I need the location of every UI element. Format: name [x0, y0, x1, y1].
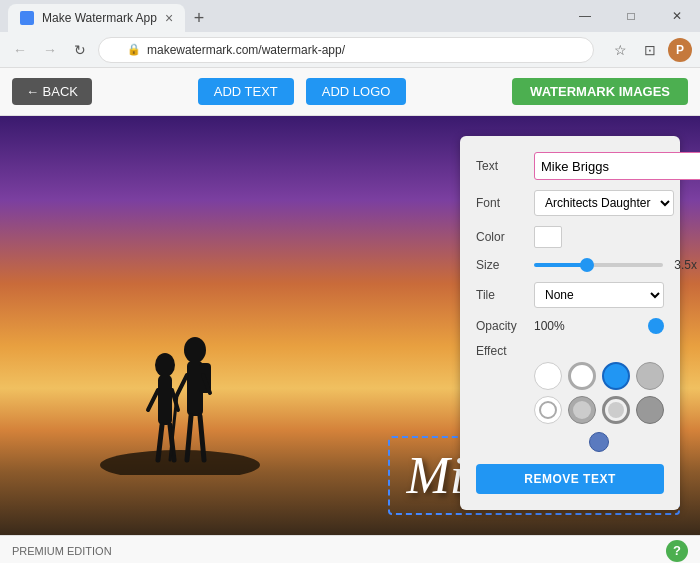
reload-button[interactable]: ↻: [68, 38, 92, 62]
tile-select[interactable]: None Repeat Diagonal: [534, 282, 664, 308]
tab-close-btn[interactable]: ×: [165, 10, 173, 26]
add-logo-button[interactable]: ADD LOGO: [306, 78, 407, 105]
watermark-images-button[interactable]: WATERMARK IMAGES: [512, 78, 688, 105]
text-label: Text: [476, 159, 526, 173]
effect-shadow-selected[interactable]: [602, 362, 630, 390]
svg-line-10: [177, 375, 187, 395]
effect-none[interactable]: [534, 362, 562, 390]
size-slider[interactable]: [534, 263, 663, 267]
edition-label: PREMIUM EDITION: [12, 545, 112, 557]
url-text: makewatermark.com/watermark-app/: [147, 43, 345, 57]
font-label: Font: [476, 196, 526, 210]
tile-row: Tile None Repeat Diagonal: [476, 282, 664, 308]
svg-point-1: [155, 353, 175, 377]
color-label: Color: [476, 230, 526, 244]
back-nav-button[interactable]: ←: [8, 38, 32, 62]
forward-nav-button[interactable]: →: [38, 38, 62, 62]
size-label: Size: [476, 258, 526, 272]
main-canvas: Mike Briggs Text Font Architects Daughte…: [0, 116, 700, 535]
tab-title: Make Watermark App: [42, 11, 157, 25]
settings-panel: Text Font Architects Daughter Arial Time…: [460, 136, 680, 510]
footer: PREMIUM EDITION ?: [0, 535, 700, 563]
effect-glow[interactable]: [636, 362, 664, 390]
opacity-label: Opacity: [476, 319, 526, 333]
new-tab-button[interactable]: +: [185, 4, 213, 32]
effect-extra-row: [534, 428, 664, 456]
profile-avatar[interactable]: P: [668, 38, 692, 62]
help-button[interactable]: ?: [666, 540, 688, 562]
tab-favicon: [20, 11, 34, 25]
effect-row: Effect: [476, 344, 664, 358]
opacity-row: Opacity 100%: [476, 318, 664, 334]
opacity-value: 100%: [534, 319, 565, 333]
effect-label: Effect: [476, 344, 526, 358]
maximize-button[interactable]: □: [608, 0, 654, 32]
window-controls: — □ ✕: [562, 0, 700, 32]
close-button[interactable]: ✕: [654, 0, 700, 32]
minimize-button[interactable]: —: [562, 0, 608, 32]
app-toolbar: ← BACK ADD TEXT ADD LOGO WATERMARK IMAGE…: [0, 68, 700, 116]
remove-text-button[interactable]: REMOVE TEXT: [476, 464, 664, 494]
svg-line-3: [148, 390, 158, 410]
effect-blur[interactable]: [568, 396, 596, 424]
text-input[interactable]: [534, 152, 700, 180]
active-tab[interactable]: Make Watermark App ×: [8, 4, 185, 32]
cast-button[interactable]: ⊡: [638, 38, 662, 62]
effect-invert[interactable]: [602, 396, 630, 424]
text-row: Text: [476, 152, 664, 180]
size-row: Size 3.5x: [476, 258, 664, 272]
size-value: 3.5x: [669, 258, 697, 272]
address-input[interactable]: 🔒 makewatermark.com/watermark-app/: [98, 37, 594, 63]
effect-outline[interactable]: [568, 362, 596, 390]
color-row: Color: [476, 226, 664, 248]
lock-icon: 🔒: [127, 43, 141, 56]
effect-grid: [534, 362, 664, 424]
svg-point-7: [184, 337, 206, 363]
effect-emboss[interactable]: [534, 396, 562, 424]
effect-extra[interactable]: [589, 432, 609, 452]
color-swatch[interactable]: [534, 226, 562, 248]
svg-point-0: [100, 450, 260, 475]
tile-label: Tile: [476, 288, 526, 302]
opacity-dot: [648, 318, 664, 334]
titlebar: Make Watermark App × + — □ ✕: [0, 0, 700, 32]
browser-actions: ☆ ⊡ P: [608, 38, 692, 62]
effect-dark[interactable]: [636, 396, 664, 424]
font-select[interactable]: Architects Daughter Arial Times New Roma…: [534, 190, 674, 216]
bookmark-button[interactable]: ☆: [608, 38, 632, 62]
address-bar: ← → ↻ 🔒 makewatermark.com/watermark-app/…: [0, 32, 700, 68]
add-text-button[interactable]: ADD TEXT: [198, 78, 294, 105]
silhouette-image: [100, 275, 260, 475]
size-slider-container: 3.5x: [534, 258, 697, 272]
svg-rect-2: [158, 375, 172, 425]
font-row: Font Architects Daughter Arial Times New…: [476, 190, 664, 216]
back-button[interactable]: ← BACK: [12, 78, 92, 105]
